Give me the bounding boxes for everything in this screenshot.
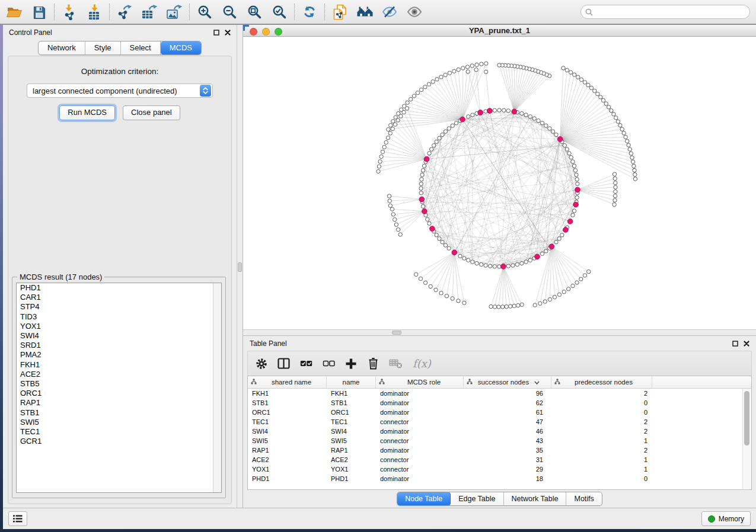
- scrollbar-thumb[interactable]: [744, 391, 749, 446]
- import-table-icon[interactable]: [86, 4, 103, 20]
- tab-select[interactable]: Select: [121, 41, 161, 55]
- zoom-fit-icon[interactable]: [246, 4, 263, 20]
- cell-successor-nodes[interactable]: 46: [464, 428, 551, 435]
- mcds-result-item[interactable]: PMA2: [17, 350, 221, 360]
- cell-name[interactable]: PHD1: [327, 475, 376, 482]
- run-mcds-button[interactable]: Run MCDS: [59, 105, 115, 120]
- cell-name[interactable]: YOX1: [327, 466, 376, 473]
- cell-MCDS-role[interactable]: dominator: [376, 390, 464, 397]
- cell-shared-name[interactable]: RAP1: [248, 447, 327, 454]
- cell-shared-name[interactable]: YOX1: [248, 466, 327, 473]
- cell-predecessor-nodes[interactable]: 2: [551, 428, 652, 435]
- window-zoom-icon[interactable]: [275, 28, 282, 36]
- cell-name[interactable]: SWI5: [327, 437, 376, 444]
- save-session-icon[interactable]: [31, 4, 47, 20]
- table-row[interactable]: STB1STB1dominator620: [248, 398, 751, 408]
- float-icon[interactable]: [732, 341, 738, 347]
- export-network-icon[interactable]: [116, 4, 133, 20]
- zoom-selected-icon[interactable]: [271, 4, 288, 20]
- column-header-successor-nodes[interactable]: successor nodes: [464, 376, 551, 388]
- mcds-result-item[interactable]: PHD1: [17, 283, 221, 293]
- float-icon[interactable]: [213, 30, 219, 36]
- cell-name[interactable]: TEC1: [327, 418, 376, 425]
- deselect-all-icon[interactable]: [323, 357, 335, 370]
- delete-column-icon[interactable]: [367, 357, 379, 370]
- mcds-list-scrollbar[interactable]: [213, 283, 221, 492]
- cell-predecessor-nodes[interactable]: 0: [551, 399, 652, 406]
- cell-name[interactable]: STB1: [327, 399, 376, 406]
- cell-shared-name[interactable]: ACE2: [248, 456, 327, 463]
- mcds-result-item[interactable]: GCR1: [17, 437, 221, 446]
- tab-edge-table[interactable]: Edge Table: [451, 492, 503, 505]
- mcds-result-item[interactable]: ORC1: [17, 389, 221, 398]
- mcds-result-item[interactable]: SRD1: [17, 341, 221, 350]
- split-panel-icon[interactable]: [277, 357, 290, 370]
- cell-name[interactable]: RAP1: [327, 447, 376, 454]
- cell-MCDS-role[interactable]: dominator: [376, 475, 464, 482]
- cell-shared-name[interactable]: PHD1: [248, 475, 327, 482]
- mcds-result-item[interactable]: RAP1: [17, 398, 221, 408]
- cell-MCDS-role[interactable]: dominator: [376, 409, 464, 416]
- cell-shared-name[interactable]: FKH1: [248, 390, 327, 397]
- zoom-in-icon[interactable]: [196, 4, 213, 20]
- mcds-result-item[interactable]: SWI5: [17, 418, 221, 427]
- mcds-result-list[interactable]: PHD1CAR1STP4TID3YOX1SWI4SRD1PMA2FKH1ACE2…: [16, 283, 222, 493]
- cell-predecessor-nodes[interactable]: 2: [551, 390, 652, 397]
- add-column-icon[interactable]: [345, 357, 357, 370]
- cell-successor-nodes[interactable]: 29: [464, 466, 551, 473]
- mcds-result-item[interactable]: FKH1: [17, 360, 221, 370]
- cell-name[interactable]: SWI4: [327, 428, 376, 435]
- window-minimize-icon[interactable]: [262, 28, 270, 36]
- task-list-icon[interactable]: [8, 511, 27, 526]
- hide-selected-icon[interactable]: [381, 4, 398, 20]
- cell-successor-nodes[interactable]: 31: [464, 456, 551, 463]
- cell-predecessor-nodes[interactable]: 1: [551, 437, 652, 444]
- close-icon[interactable]: [744, 341, 749, 347]
- horizontal-splitter[interactable]: [243, 329, 756, 336]
- mcds-result-item[interactable]: STB5: [17, 379, 221, 389]
- table-row[interactable]: PHD1PHD1dominator180: [248, 474, 751, 483]
- cell-MCDS-role[interactable]: connector: [376, 456, 464, 463]
- tab-motifs[interactable]: Motifs: [566, 492, 601, 505]
- cell-successor-nodes[interactable]: 18: [464, 475, 551, 482]
- settings-gear-icon[interactable]: [256, 357, 267, 370]
- tab-mcds[interactable]: MCDS: [161, 41, 201, 55]
- table-row[interactable]: ORC1ORC1dominator610: [248, 408, 751, 417]
- search-input[interactable]: [580, 5, 750, 19]
- close-panel-button[interactable]: Close panel: [123, 105, 180, 120]
- show-all-icon[interactable]: [406, 4, 423, 20]
- cell-predecessor-nodes[interactable]: 0: [551, 409, 652, 416]
- column-header-predecessor-nodes[interactable]: predecessor nodes: [551, 376, 652, 388]
- table-row[interactable]: RAP1RAP1dominator352: [248, 446, 751, 455]
- zoom-out-icon[interactable]: [221, 4, 238, 20]
- export-image-icon[interactable]: [166, 4, 183, 20]
- cell-predecessor-nodes[interactable]: 2: [551, 418, 652, 425]
- refresh-layout-icon[interactable]: [301, 4, 318, 20]
- table-row[interactable]: YOX1YOX1connector291: [248, 464, 751, 474]
- select-all-icon[interactable]: [300, 357, 312, 370]
- memory-button[interactable]: Memory: [701, 511, 751, 526]
- cell-name[interactable]: ACE2: [327, 456, 376, 463]
- cell-MCDS-role[interactable]: dominator: [376, 447, 464, 454]
- cell-MCDS-role[interactable]: dominator: [376, 428, 464, 435]
- cell-shared-name[interactable]: SWI5: [248, 437, 327, 444]
- column-header-name[interactable]: name: [327, 376, 376, 388]
- table-row[interactable]: FKH1FKH1dominator962: [248, 389, 751, 398]
- cell-shared-name[interactable]: ORC1: [248, 409, 327, 416]
- mcds-result-item[interactable]: CAR1: [17, 293, 221, 302]
- network-graph[interactable]: [243, 37, 756, 327]
- cell-shared-name[interactable]: STB1: [248, 399, 327, 406]
- tab-node-table[interactable]: Node Table: [397, 492, 451, 505]
- cell-successor-nodes[interactable]: 43: [464, 437, 551, 444]
- column-header-shared-name[interactable]: shared name: [248, 376, 327, 388]
- cell-name[interactable]: FKH1: [327, 390, 376, 397]
- mcds-result-item[interactable]: TID3: [17, 312, 221, 322]
- cell-predecessor-nodes[interactable]: 0: [551, 475, 652, 482]
- mcds-result-item[interactable]: TEC1: [17, 427, 221, 437]
- tab-network-table[interactable]: Network Table: [504, 492, 567, 505]
- cell-successor-nodes[interactable]: 96: [464, 390, 551, 397]
- cell-MCDS-role[interactable]: connector: [376, 418, 464, 425]
- open-session-icon[interactable]: [6, 4, 23, 20]
- splitter-grip[interactable]: [238, 262, 242, 272]
- column-header-MCDS-role[interactable]: MCDS role: [376, 376, 464, 388]
